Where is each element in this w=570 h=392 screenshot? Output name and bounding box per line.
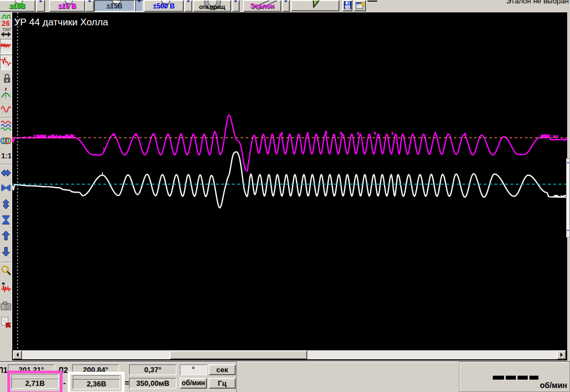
svg-text:720°: 720° xyxy=(2,27,11,32)
svg-text:1:1: 1:1 xyxy=(1,152,11,160)
